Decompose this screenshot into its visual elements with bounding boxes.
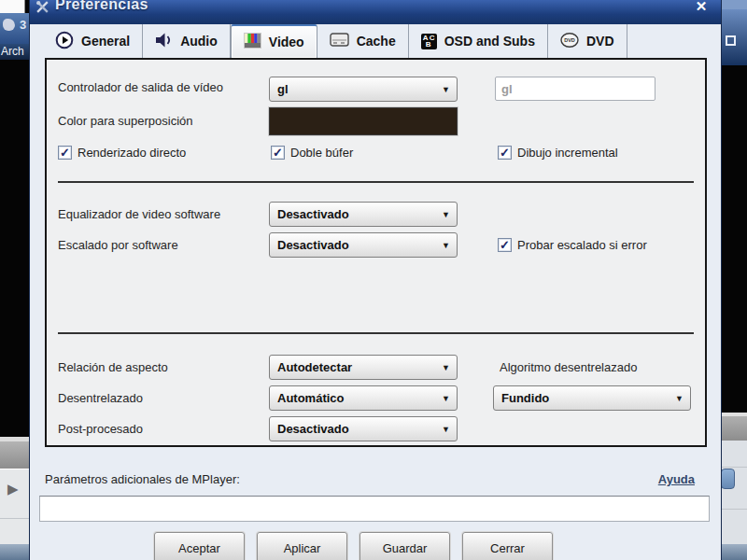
aspect-ratio-label: Relación de aspecto: [58, 360, 168, 374]
video-driver-label: Controlador de salida de vídeo: [58, 80, 223, 94]
video-driver-select[interactable]: gl ▼: [269, 77, 458, 102]
selected-value: Desactivado: [277, 207, 349, 221]
chevron-down-icon: ▼: [442, 394, 450, 403]
drive-icon: [330, 33, 349, 49]
tab-label: Audio: [180, 34, 218, 49]
checkbox-check-icon: ✓: [58, 146, 72, 160]
dialog-title: Preferencias: [55, 0, 148, 13]
tools-icon: [35, 0, 50, 18]
tab-label: General: [81, 34, 130, 49]
checkbox-check-icon: ✓: [498, 238, 512, 252]
play-circle-icon: [55, 31, 74, 52]
chevron-down-icon: ▼: [442, 425, 450, 434]
play-button-icon: ▶: [7, 481, 19, 497]
mplayer-params-label: Parámetros adicionales de MPlayer:: [45, 472, 240, 486]
chevron-down-icon: ▼: [442, 210, 450, 219]
speaker-icon: [155, 32, 173, 51]
section-divider: [58, 332, 694, 334]
save-button[interactable]: Guardar: [359, 532, 450, 560]
deinterlace-algorithm-select[interactable]: Fundido ▼: [493, 385, 691, 411]
colorbars-icon: [244, 33, 261, 51]
mplayer-params-input[interactable]: [39, 496, 710, 522]
app-logo-icon: [3, 19, 15, 31]
seek-bar: [721, 416, 747, 441]
background-title-fragment: 3: [20, 18, 26, 32]
background-titlebar-top: [721, 0, 747, 9]
close-icon[interactable]: ✕: [693, 0, 710, 15]
equalizer-select[interactable]: Desactivado ▼: [269, 202, 458, 227]
background-titlebar: 3: [0, 13, 30, 44]
tab-cache[interactable]: Cache: [317, 24, 409, 58]
video-settings-frame: Controlador de salida de vídeo gl ▼ Colo…: [45, 58, 707, 447]
selected-value: gl: [277, 82, 289, 96]
tab-label: Video: [269, 35, 304, 49]
selected-value: Automático: [277, 391, 345, 405]
overlay-color-label: Color para superposición: [58, 114, 193, 128]
checkbox-check-icon: ✓: [498, 146, 512, 160]
background-player-window-right: [721, 0, 747, 560]
dvd-disc-icon: DVD: [560, 33, 579, 50]
retry-scaling-checkbox[interactable]: ✓ Probar escalado si error: [498, 238, 647, 252]
deinterlace-select[interactable]: Automático ▼: [269, 385, 458, 411]
checkbox-label: Probar escalado si error: [517, 238, 647, 252]
tab-audio[interactable]: Audio: [143, 24, 231, 58]
background-window-fragment: [0, 0, 25, 13]
deinterlace-algorithm-label: Algoritmo desentrelazado: [500, 360, 637, 374]
close-button[interactable]: Cerrar: [462, 532, 553, 560]
video-area: [721, 65, 747, 413]
postprocess-select[interactable]: Desactivado ▼: [269, 416, 458, 441]
video-driver-manual-field[interactable]: [495, 77, 655, 101]
status-bar: [721, 544, 747, 560]
selected-value: Fundido: [501, 391, 549, 405]
tab-label: DVD: [586, 34, 614, 49]
background-menu-archivo: Arch: [0, 44, 30, 60]
software-scaling-select[interactable]: Desactivado ▼: [269, 232, 458, 258]
divider: [721, 509, 747, 510]
svg-text:DVD: DVD: [564, 37, 575, 43]
deinterlace-label: Desentrelazado: [58, 391, 143, 405]
accept-button[interactable]: Aceptar: [154, 532, 245, 560]
chevron-down-icon: ▼: [442, 363, 450, 372]
background-titlebar: [721, 9, 747, 65]
preferences-tabbar: General Audio: [43, 24, 627, 58]
tab-general[interactable]: General: [43, 24, 143, 58]
divider: [721, 467, 747, 468]
tab-osd-and-subs[interactable]: A C B OSD and Subs: [409, 24, 548, 58]
menu-label-fragment: Arch: [1, 45, 24, 58]
direct-rendering-checkbox[interactable]: ✓ Renderizado directo: [58, 146, 186, 160]
volume-slider-knob: [721, 469, 735, 489]
chevron-down-icon: ▼: [442, 241, 450, 250]
postprocess-label: Post-procesado: [58, 422, 143, 436]
tab-label: OSD and Subs: [444, 34, 535, 49]
seek-bar: [0, 441, 30, 469]
maximize-icon: [726, 35, 736, 46]
double-buffer-checkbox[interactable]: ✓ Doble búfer: [271, 146, 353, 160]
checkbox-check-icon: ✓: [271, 146, 285, 160]
tab-dvd[interactable]: DVD DVD: [548, 24, 627, 58]
aspect-ratio-select[interactable]: Autodetectar ▼: [269, 355, 458, 380]
incremental-draw-checkbox[interactable]: ✓ Dibujo incremental: [498, 146, 618, 160]
apply-button[interactable]: Aplicar: [257, 532, 347, 560]
section-divider: [58, 181, 694, 183]
divider: [0, 518, 30, 519]
screen: 3 Arch ▶: [0, 0, 747, 560]
equalizer-label: Equalizador de video software: [58, 207, 220, 221]
player-controls: [721, 441, 747, 560]
tab-label: Cache: [357, 34, 396, 49]
tab-video[interactable]: Video: [231, 24, 317, 58]
status-bar: [0, 544, 30, 560]
checkbox-label: Renderizado directo: [78, 146, 186, 160]
video-area: [0, 60, 30, 437]
selected-value: Autodetectar: [277, 360, 352, 374]
abc-blocks-icon: A C B: [421, 34, 437, 49]
checkbox-label: Dibujo incremental: [517, 146, 618, 160]
selected-value: Desactivado: [277, 238, 349, 252]
checkbox-label: Doble búfer: [290, 146, 353, 160]
preferences-dialog: Preferencias ✕ General: [30, 0, 721, 560]
help-link[interactable]: Ayuda: [658, 472, 695, 486]
software-scaling-label: Escalado por software: [58, 238, 178, 252]
chevron-down-icon: ▼: [442, 85, 450, 94]
dialog-titlebar[interactable]: Preferencias ✕: [30, 0, 721, 24]
overlay-color-swatch[interactable]: [269, 107, 458, 135]
background-player-window-left: 3 Arch ▶: [0, 0, 30, 560]
